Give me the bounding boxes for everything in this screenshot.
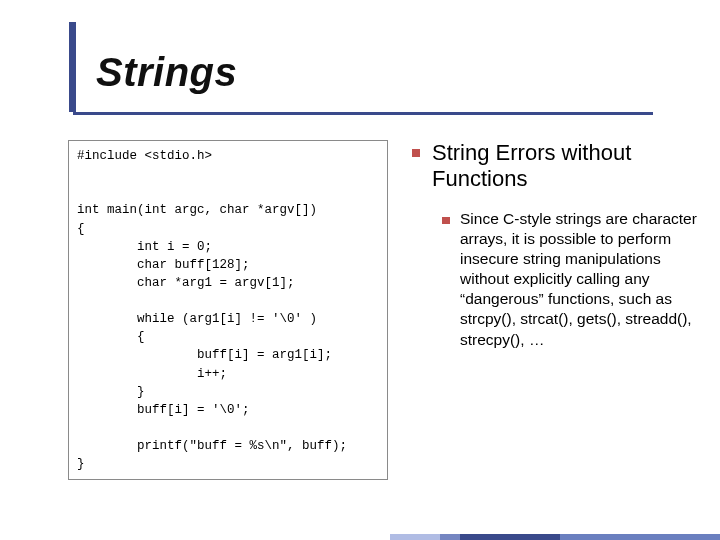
bullet-icon <box>442 217 450 224</box>
body-row: Since C-style strings are character arra… <box>442 209 698 350</box>
code-block: #include <stdio.h> int main(int argc, ch… <box>68 140 388 480</box>
title-block: Strings <box>72 50 213 95</box>
heading-row: String Errors without Functions <box>412 140 698 193</box>
body-text: Since C-style strings are character arra… <box>460 209 698 350</box>
decorative-stripe <box>390 534 460 540</box>
right-column: String Errors without Functions Since C-… <box>412 140 698 350</box>
section-heading: String Errors without Functions <box>432 140 698 193</box>
title-accent-bar <box>69 22 76 112</box>
slide: Strings #include <stdio.h> int main(int … <box>0 0 720 540</box>
slide-title: Strings <box>96 50 237 95</box>
bullet-icon <box>412 149 420 157</box>
title-underline <box>73 112 653 115</box>
